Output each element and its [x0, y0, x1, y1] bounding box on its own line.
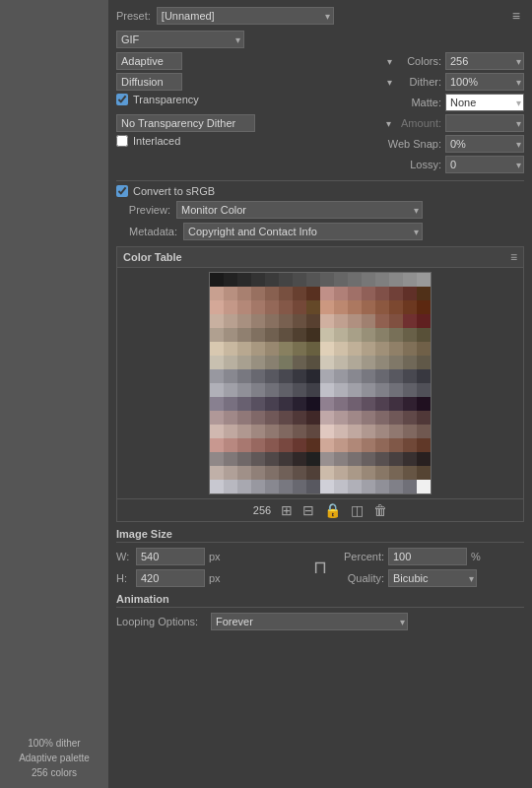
color-cell[interactable]: [293, 314, 306, 328]
color-cell[interactable]: [348, 356, 362, 369]
color-cell[interactable]: [362, 328, 375, 342]
color-cell[interactable]: [334, 438, 348, 452]
matte-select-wrapper[interactable]: None: [445, 94, 524, 111]
color-cell[interactable]: [389, 342, 403, 356]
color-cell[interactable]: [375, 438, 389, 452]
color-cell[interactable]: [403, 397, 417, 411]
palette-select-wrapper[interactable]: Adaptive: [116, 52, 396, 70]
color-cell[interactable]: [389, 480, 403, 493]
color-cell[interactable]: [306, 466, 320, 480]
color-cell[interactable]: [417, 425, 431, 438]
color-cell[interactable]: [306, 273, 320, 287]
quality-select[interactable]: Bicubic: [388, 569, 477, 587]
color-cell[interactable]: [224, 273, 237, 287]
color-cell[interactable]: [279, 369, 293, 383]
color-cell[interactable]: [362, 369, 375, 383]
color-cell[interactable]: [293, 273, 306, 287]
color-cell[interactable]: [293, 369, 306, 383]
color-cell[interactable]: [417, 328, 431, 342]
color-cell[interactable]: [403, 480, 417, 493]
color-cell[interactable]: [279, 314, 293, 328]
color-cell[interactable]: [334, 300, 348, 314]
color-cell[interactable]: [334, 383, 348, 397]
color-cell[interactable]: [224, 328, 237, 342]
color-cell[interactable]: [210, 383, 224, 397]
color-cell[interactable]: [417, 369, 431, 383]
color-cell[interactable]: [362, 342, 375, 356]
color-cell[interactable]: [279, 411, 293, 425]
color-cell[interactable]: [375, 356, 389, 369]
color-cell[interactable]: [224, 425, 237, 438]
color-cell[interactable]: [334, 411, 348, 425]
color-cell[interactable]: [237, 314, 251, 328]
color-cell[interactable]: [389, 273, 403, 287]
color-cell[interactable]: [389, 438, 403, 452]
link-icon[interactable]: ⊓: [309, 557, 331, 578]
color-cell[interactable]: [224, 342, 237, 356]
color-cell[interactable]: [210, 411, 224, 425]
color-cell[interactable]: [320, 383, 334, 397]
color-cell[interactable]: [389, 452, 403, 466]
color-cell[interactable]: [320, 425, 334, 438]
color-cell[interactable]: [306, 452, 320, 466]
lock-color-icon[interactable]: 🔒: [324, 502, 341, 518]
color-cell[interactable]: [375, 328, 389, 342]
color-cell[interactable]: [334, 314, 348, 328]
color-cell[interactable]: [417, 480, 431, 493]
color-cell[interactable]: [320, 300, 334, 314]
color-cell[interactable]: [389, 425, 403, 438]
color-cell[interactable]: [265, 342, 279, 356]
color-cell[interactable]: [389, 369, 403, 383]
color-cell[interactable]: [224, 397, 237, 411]
convert-srgb-checkbox[interactable]: [116, 185, 128, 197]
color-cell[interactable]: [375, 383, 389, 397]
preset-select-wrapper[interactable]: [Unnamed]: [157, 7, 334, 25]
color-cell[interactable]: [265, 356, 279, 369]
format-select[interactable]: GIF: [116, 31, 244, 48]
color-cell[interactable]: [224, 466, 237, 480]
color-cell[interactable]: [251, 328, 265, 342]
color-cell[interactable]: [320, 397, 334, 411]
color-cell[interactable]: [237, 452, 251, 466]
color-cell[interactable]: [403, 287, 417, 300]
color-cell[interactable]: [348, 397, 362, 411]
color-cell[interactable]: [403, 300, 417, 314]
color-cell[interactable]: [320, 314, 334, 328]
color-cell[interactable]: [279, 425, 293, 438]
color-cell[interactable]: [403, 438, 417, 452]
color-cell[interactable]: [293, 438, 306, 452]
color-cell[interactable]: [320, 273, 334, 287]
color-cell[interactable]: [210, 300, 224, 314]
dither-pct-select-wrapper[interactable]: 100%: [445, 73, 524, 91]
color-cell[interactable]: [320, 480, 334, 493]
color-cell[interactable]: [224, 452, 237, 466]
dither-pct-select[interactable]: 100%: [445, 73, 524, 91]
color-cell[interactable]: [306, 328, 320, 342]
websnap-select-wrapper[interactable]: 0%: [445, 135, 524, 153]
color-cell[interactable]: [251, 466, 265, 480]
color-cell[interactable]: [417, 342, 431, 356]
color-cell[interactable]: [389, 328, 403, 342]
color-cell[interactable]: [348, 328, 362, 342]
quality-select-wrapper[interactable]: Bicubic: [388, 569, 477, 587]
color-cell[interactable]: [251, 397, 265, 411]
color-cell[interactable]: [279, 383, 293, 397]
height-input[interactable]: [136, 569, 205, 587]
color-cell[interactable]: [417, 383, 431, 397]
color-cell[interactable]: [210, 438, 224, 452]
color-cell[interactable]: [334, 328, 348, 342]
color-cell[interactable]: [293, 425, 306, 438]
color-cell[interactable]: [320, 356, 334, 369]
color-cell[interactable]: [375, 273, 389, 287]
color-cell[interactable]: [210, 356, 224, 369]
color-cell[interactable]: [334, 452, 348, 466]
color-cell[interactable]: [306, 300, 320, 314]
preset-select[interactable]: [Unnamed]: [157, 7, 334, 25]
color-cell[interactable]: [403, 383, 417, 397]
web-color-icon[interactable]: ◫: [351, 502, 364, 518]
color-cell[interactable]: [224, 411, 237, 425]
color-cell[interactable]: [251, 273, 265, 287]
trash-color-icon[interactable]: 🗑: [373, 502, 387, 518]
color-cell[interactable]: [265, 300, 279, 314]
color-cell[interactable]: [320, 342, 334, 356]
